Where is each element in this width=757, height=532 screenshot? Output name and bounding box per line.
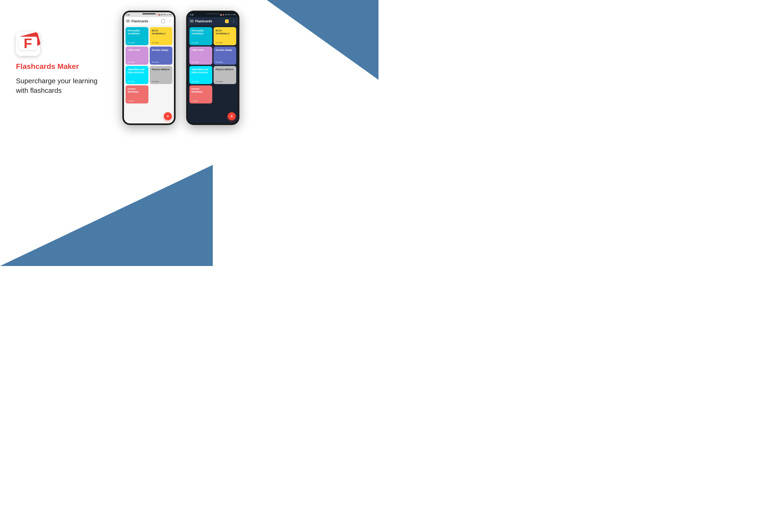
- card-physics-count-light: 14 cards: [152, 80, 170, 82]
- card-ielts-title-dark: IELTS Vocabulary 2: [216, 29, 234, 41]
- card-ielts-dark[interactable]: IELTS Vocabulary 2 15 cards: [214, 27, 236, 45]
- more-options-icon-dark: ⋮: [232, 19, 235, 23]
- card-physics-light[interactable]: Physics Midterm 14 cards: [150, 66, 173, 84]
- status-battery-icon: 13%: [168, 14, 172, 16]
- status-bar-light: 2:41 ⏰ 🔇 HD 4G ▲ 13%: [124, 12, 174, 17]
- status-icons-dark: ⏰ 🔇 HD 4G ▲ 13%: [220, 14, 236, 16]
- more-options-icon-light: ⋮: [168, 19, 171, 23]
- card-algorithms-count-dark: 30 cards: [192, 80, 210, 82]
- app-bar-title-dark: Flashcards: [195, 19, 223, 23]
- app-bar-light: Flashcards ⋮: [124, 17, 174, 25]
- status-4g-icon: 4G: [164, 14, 166, 16]
- phone-speaker-light: [142, 13, 156, 15]
- phone-speaker-dark: [206, 13, 220, 15]
- card-personality-dark[interactable]: Personality vocabulary 24 cards: [189, 27, 212, 45]
- status-silent-icon: 🔇: [159, 14, 160, 16]
- card-korean-count-light: 7 cards: [128, 100, 146, 102]
- app-tagline: Supercharge your learningwith flashcards: [16, 76, 117, 96]
- card-personality-count-light: 24 cards: [128, 42, 146, 44]
- card-ielts-count-light: 15 cards: [152, 42, 170, 44]
- more-options-button-dark[interactable]: ⋮: [231, 19, 236, 24]
- card-cs50-light[interactable]: CS50 notes 34 cards: [126, 47, 148, 65]
- card-personality-title-light: Personality vocabulary: [128, 29, 146, 41]
- app-bar-dark: Flashcards ⋮: [188, 17, 238, 25]
- card-physics-count-dark: 14 cards: [216, 80, 234, 82]
- card-cs50-title-dark: CS50 notes: [192, 49, 210, 60]
- fab-dark[interactable]: +: [228, 112, 236, 120]
- status-time-light: 2:41: [126, 14, 130, 16]
- card-korean-light[interactable]: Korean Weekdays 7 cards: [126, 85, 148, 104]
- status-hd-icon-dark: HD: [225, 14, 227, 16]
- card-algorithms-dark[interactable]: Algorithms and Data structures 30 cards: [189, 66, 212, 84]
- card-russian-count-light: 54 cards: [152, 61, 170, 63]
- phone-dark-inner: 2:42 ⏰ 🔇 HD 4G ▲ 13% Flashcards: [188, 12, 238, 123]
- card-physics-title-light: Physics Midterm: [152, 68, 170, 79]
- card-korean-title-dark: Korean Weekdays: [192, 87, 210, 99]
- card-korean-dark[interactable]: Korean Weekdays 7 cards: [189, 85, 212, 104]
- card-algorithms-count-light: 30 cards: [128, 80, 146, 82]
- card-physics-dark[interactable]: Physics Midterm 14 cards: [214, 66, 236, 84]
- card-russian-count-dark: 54 cards: [216, 61, 234, 63]
- status-silent-icon-dark: 🔇: [222, 14, 224, 16]
- status-hd-icon: HD: [161, 14, 163, 16]
- app-logo: F: [16, 32, 40, 56]
- hamburger-menu-dark[interactable]: [190, 20, 194, 23]
- status-signal-icon: ▲: [167, 14, 168, 16]
- status-battery-icon-dark: 13%: [232, 14, 236, 16]
- card-russian-title-dark: Russian slangs: [216, 49, 234, 60]
- card-korean-count-dark: 7 cards: [192, 100, 210, 102]
- status-bar-dark: 2:42 ⏰ 🔇 HD 4G ▲ 13%: [188, 12, 238, 17]
- card-cs50-dark[interactable]: CS50 notes 34 cards: [189, 47, 212, 65]
- background-triangle-bottom: [0, 165, 213, 266]
- phone-dark: 2:42 ⏰ 🔇 HD 4G ▲ 13% Flashcards: [186, 11, 239, 125]
- left-branding-section: F Flashcards Maker Supercharge your lear…: [16, 32, 117, 96]
- phones-container: 2:41 ⏰ 🔇 HD 4G ▲ 13% Flashcards: [122, 11, 239, 125]
- background-triangle-top-right: [267, 0, 378, 80]
- status-time-dark: 2:42: [190, 14, 194, 16]
- status-alarm-icon-dark: ⏰: [220, 14, 222, 16]
- logo-letter: F: [24, 36, 32, 50]
- card-personality-title-dark: Personality vocabulary: [192, 29, 210, 41]
- app-bar-icons-dark: ⋮: [225, 19, 236, 24]
- more-options-button-light[interactable]: ⋮: [167, 19, 172, 24]
- app-name: Flashcards Maker: [16, 62, 117, 71]
- card-russian-light[interactable]: Russian slangs 54 cards: [150, 47, 173, 65]
- status-4g-icon-dark: 4G: [228, 14, 230, 16]
- status-alarm-icon: ⏰: [156, 14, 158, 16]
- card-russian-dark[interactable]: Russian slangs 54 cards: [214, 47, 236, 65]
- card-personality-light[interactable]: Personality vocabulary 24 cards: [126, 27, 148, 45]
- brightness-button-light[interactable]: [161, 19, 166, 24]
- card-physics-title-dark: Physics Midterm: [216, 68, 234, 79]
- card-cs50-title-light: CS50 notes: [128, 49, 146, 60]
- app-bar-icons-light: ⋮: [161, 19, 172, 24]
- card-algorithms-title-light: Algorithms and Data structures: [128, 68, 146, 79]
- status-signal-icon-dark: ▲: [230, 14, 232, 16]
- status-icons-light: ⏰ 🔇 HD 4G ▲ 13%: [156, 14, 172, 16]
- card-cs50-count-light: 34 cards: [128, 61, 146, 63]
- fab-light[interactable]: +: [164, 112, 172, 120]
- hamburger-menu-light[interactable]: [126, 20, 130, 23]
- brightness-button-dark[interactable]: [225, 19, 229, 24]
- card-russian-title-light: Russian slangs: [152, 49, 170, 60]
- card-ielts-count-dark: 15 cards: [216, 42, 234, 44]
- cards-grid-light: Personality vocabulary 24 cards IELTS Vo…: [124, 25, 174, 123]
- logo-card-front: F: [18, 37, 37, 50]
- app-bar-title-light: Flashcards: [132, 19, 159, 23]
- card-algorithms-title-dark: Algorithms and Data structures: [192, 68, 210, 79]
- phone-light: 2:41 ⏰ 🔇 HD 4G ▲ 13% Flashcards: [122, 11, 175, 125]
- card-ielts-title-light: IELTS Vocabulary 2: [152, 29, 170, 41]
- card-korean-title-light: Korean Weekdays: [128, 87, 146, 99]
- phone-light-inner: 2:41 ⏰ 🔇 HD 4G ▲ 13% Flashcards: [124, 12, 174, 123]
- cards-grid-dark: Personality vocabulary 24 cards IELTS Vo…: [188, 25, 238, 123]
- brightness-icon-dark: [225, 19, 229, 23]
- brightness-icon-light: [161, 19, 165, 23]
- card-algorithms-light[interactable]: Algorithms and Data structures 30 cards: [126, 66, 148, 84]
- card-cs50-count-dark: 34 cards: [192, 61, 210, 63]
- card-ielts-light[interactable]: IELTS Vocabulary 2 15 cards: [150, 27, 173, 45]
- card-personality-count-dark: 24 cards: [192, 42, 210, 44]
